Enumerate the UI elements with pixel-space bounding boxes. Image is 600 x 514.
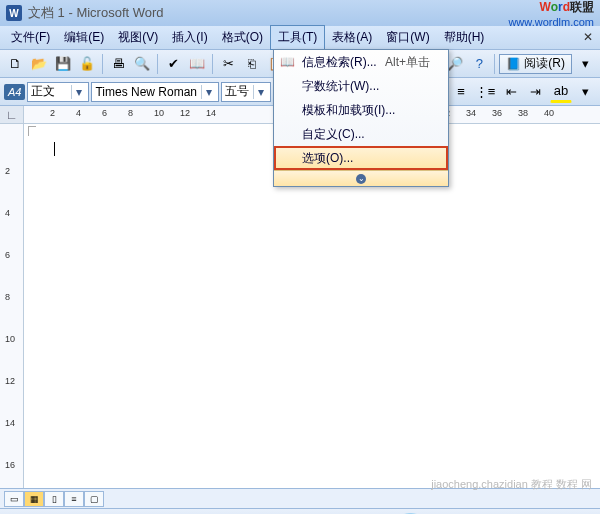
view-print-icon[interactable]: ▯ [44,491,64,507]
menu-file[interactable]: 文件(F) [4,26,57,49]
menu-format[interactable]: 格式(O) [215,26,270,49]
margin-mark-icon [28,126,36,136]
font-color-icon[interactable]: A [447,511,469,515]
style-combo[interactable]: 正文▾ [27,82,89,102]
rect-icon[interactable]: ▭ [229,511,251,515]
line-icon[interactable]: ╲ [181,511,203,515]
chevron-down-icon: ⌄ [356,174,366,184]
menu-expand[interactable]: ⌄ [274,170,448,186]
outdent-icon[interactable]: ⇤ [500,81,522,103]
toolbar-options-icon[interactable]: ▾ [574,81,596,103]
toolbar-options-icon[interactable]: ▾ [574,53,596,75]
dash-style-icon[interactable]: ┄ [497,511,519,515]
spell-icon[interactable]: ✔ [162,53,184,75]
chevron-down-icon: ▾ [201,85,215,99]
menu-options[interactable]: 选项(O)... [274,146,448,170]
menu-bar: 文件(F) 编辑(E) 视图(V) 插入(I) 格式(O) 工具(T) 表格(A… [0,26,600,50]
size-combo[interactable]: 五号▾ [221,82,271,102]
style-pane-icon[interactable]: A4 [4,84,25,100]
menu-word-count[interactable]: 字数统计(W)... [274,74,448,98]
diagram-icon[interactable]: ⬡ [325,511,347,515]
chevron-down-icon: ▾ [253,85,267,99]
menu-templates[interactable]: 模板和加载项(I)... [274,98,448,122]
font-combo[interactable]: Times New Roman▾ [91,82,219,102]
ruler-vertical[interactable]: 246810121416 [0,124,24,488]
copy-icon[interactable]: ⎗ [241,53,263,75]
view-buttons-bar: ▭ ▦ ▯ ≡ ▢ [0,488,600,508]
title-bar: W 文档 1 - Microsoft Word Word联盟 www.wordl… [0,0,600,26]
select-arrow-icon[interactable]: ↖ [69,511,91,515]
reading-mode-button[interactable]: 📘 阅读(R) [499,54,572,74]
help-icon[interactable]: ? [468,53,490,75]
cut-icon[interactable]: ✂ [217,53,239,75]
view-normal-icon[interactable]: ▭ [4,491,24,507]
arrow-icon[interactable]: ↘ [205,511,227,515]
clipart-icon[interactable]: 👤 [349,511,371,515]
window-title: 文档 1 - Microsoft Word [28,4,164,22]
permission-icon[interactable]: 🔓 [76,53,98,75]
drawing-toolbar: 绘图(D)▾ ↖ 自选图形(U)▾ ╲ ↘ ▭ ◯ ▢ A ⬡ 👤 🖼 🪣 ✎ … [0,508,600,514]
doc-close-icon[interactable]: ✕ [580,30,596,46]
line-color-icon[interactable]: ✎ [423,511,445,515]
bullet-list-icon[interactable]: ⋮≡ [474,81,496,103]
new-doc-icon[interactable]: 🗋 [4,53,26,75]
view-outline-icon[interactable]: ≡ [64,491,84,507]
arrow-style-icon[interactable]: ⇄ [521,511,543,515]
view-web-icon[interactable]: ▦ [24,491,44,507]
shadow-icon[interactable]: ◧ [545,511,567,515]
book-icon: 📖 [278,53,296,71]
logo-overlay: Word联盟 www.wordlm.com [508,0,594,28]
menu-edit[interactable]: 编辑(E) [57,26,111,49]
book-icon: 📘 [506,57,521,71]
highlight-icon[interactable]: ab [550,81,572,103]
indent-icon[interactable]: ⇥ [524,81,546,103]
fill-color-icon[interactable]: 🪣 [399,511,421,515]
menu-table[interactable]: 表格(A) [325,26,379,49]
menu-help[interactable]: 帮助(H) [437,26,492,49]
menu-customize[interactable]: 自定义(C)... [274,122,448,146]
tools-dropdown: 📖 信息检索(R)... Alt+单击 字数统计(W)... 模板和加载项(I)… [273,49,449,187]
wordart-icon[interactable]: A [301,511,323,515]
tab-selector-icon[interactable]: ∟ [0,106,24,123]
preview-icon[interactable]: 🔍 [131,53,153,75]
text-cursor [54,142,55,156]
research-icon[interactable]: 📖 [186,53,208,75]
print-icon[interactable]: 🖶 [107,53,129,75]
view-reading-icon[interactable]: ▢ [84,491,104,507]
chevron-down-icon: ▾ [71,85,85,99]
oval-icon[interactable]: ◯ [253,511,275,515]
menu-tools[interactable]: 工具(T) [270,25,325,50]
menu-window[interactable]: 窗口(W) [379,26,436,49]
menu-insert[interactable]: 插入(I) [165,26,214,49]
textbox-icon[interactable]: ▢ [277,511,299,515]
save-icon[interactable]: 💾 [52,53,74,75]
3d-icon[interactable]: ◪ [569,511,591,515]
menu-view[interactable]: 视图(V) [111,26,165,49]
number-list-icon[interactable]: ≡ [450,81,472,103]
menu-research[interactable]: 📖 信息检索(R)... Alt+单击 [274,50,448,74]
open-icon[interactable]: 📂 [28,53,50,75]
word-app-icon: W [6,5,22,21]
picture-icon[interactable]: 🖼 [373,511,395,515]
line-style-icon[interactable]: ≡ [473,511,495,515]
